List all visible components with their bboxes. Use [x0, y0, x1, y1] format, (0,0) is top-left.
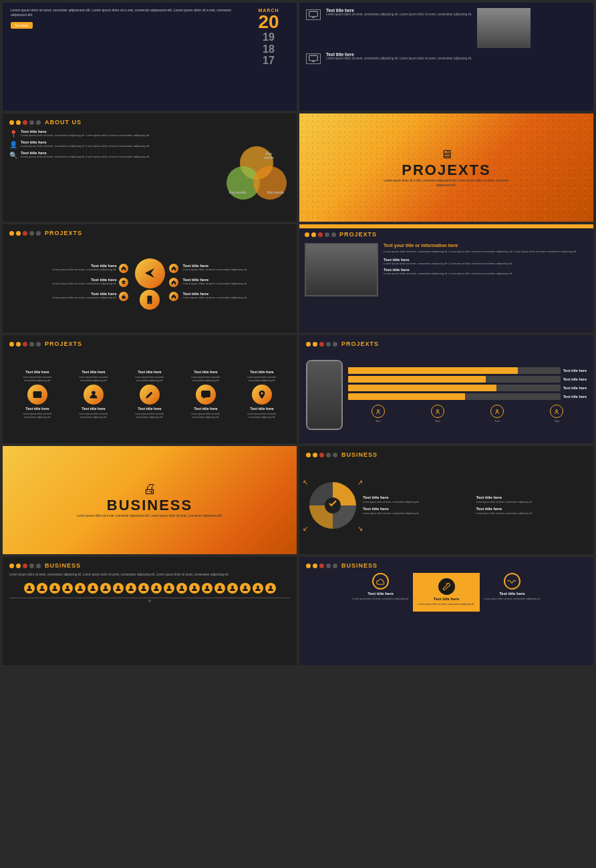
svg-point-16 — [66, 586, 69, 588]
dot-1 — [9, 120, 14, 125]
svg-point-18 — [92, 586, 94, 588]
slide-5-title: PROJEXTS — [45, 230, 82, 236]
monitor-icon-2 — [306, 53, 321, 64]
svg-point-29 — [231, 586, 234, 588]
progress-bar-bg-4 — [348, 393, 561, 400]
person-icon-19 — [265, 583, 276, 594]
person-icon-17 — [240, 583, 251, 594]
icon-col-4: Text title here Lorem ipsum dolor sit am… — [188, 370, 225, 419]
slide-4-body: Lorem ipsum dolor sit a met, connecter a… — [380, 179, 513, 188]
svg-point-9 — [436, 409, 438, 411]
bi-2 — [431, 405, 444, 418]
progress-item-2: Text title here — [348, 376, 587, 383]
slide-12-cards: Text title here Lorem ipsum dolor sit am… — [306, 573, 587, 660]
edit-icon — [140, 385, 160, 405]
slide-2-item-1-body: Lorem ipsum dolor sit amet, consectetur … — [326, 13, 472, 17]
svg-point-25 — [180, 586, 183, 588]
slide-11-dots — [9, 564, 41, 568]
progress-item-4: Text title here — [348, 393, 587, 400]
slide-5-dots — [9, 231, 41, 236]
svg-point-21 — [130, 586, 132, 588]
svg-rect-5 — [33, 391, 42, 398]
svg-point-11 — [556, 409, 558, 411]
bi-3 — [490, 405, 504, 418]
s7-col4-title-top: Text title here — [194, 370, 217, 374]
li-2-body: Lorem ipsum dolor sit amet. consectetur … — [21, 144, 150, 148]
dot-5 — [36, 120, 41, 125]
bi-label-1: Text — [376, 419, 380, 423]
biz-card-middle-content: Text title here Lorem ipsum dolor sit am… — [413, 573, 480, 612]
slide-5-center — [135, 258, 165, 310]
slide-6-right: Text your title or information here Lore… — [384, 243, 588, 329]
person-round-icon — [84, 385, 104, 405]
venn-circle-3: Key words — [253, 166, 287, 200]
slide-1-button[interactable]: Text here — [11, 22, 33, 29]
s7-col2-body-top: Lorem ipsum dolor sit amet, consectetur … — [76, 376, 112, 383]
wave-icon — [504, 573, 520, 590]
s5-ri-1-body: Lorem ipsum dolor sit amet, consectetur … — [183, 268, 248, 272]
slide-6-sub-1-body: Lorem ipsum dolor sit amet. consectetur … — [384, 262, 588, 266]
slide-business-people: BUSINESS Lorem ipsum dolor sit amet, con… — [3, 557, 297, 665]
svg-point-17 — [79, 586, 82, 588]
biz-card-left-title: Text title here — [367, 592, 394, 596]
progress-item-3: Text title here — [348, 385, 587, 391]
slide-11-header: BUSINESS — [9, 562, 290, 569]
people-row — [9, 583, 290, 594]
svg-rect-0 — [309, 11, 318, 17]
slide-11-title: BUSINESS — [45, 562, 81, 569]
svg-point-31 — [257, 586, 259, 588]
s7-col1-body: Lorem ipsum dolor sit amet, consectetur … — [19, 413, 56, 419]
dot-s5-5 — [36, 231, 41, 236]
svg-rect-7 — [202, 391, 210, 397]
slide-1-day-4: 17 — [249, 55, 289, 67]
s5-ri-3-body: Lorem ipsum dolor sit amet, consectetur … — [183, 296, 248, 300]
slide-5-left: Text title here Lorem ipsum dolor sit am… — [9, 264, 131, 304]
svg-point-28 — [218, 586, 221, 588]
corner-1-title: Text title here — [363, 495, 474, 499]
biz-card-right: Text title here Lorem ipsum dolor sit am… — [484, 573, 540, 601]
s5-ri-2-body: Lorem ipsum dolor sit amet, consectetur … — [183, 282, 248, 286]
slide-10-content: ↗ ↘ ↖ ↙ Text title here Lorem ipsum dolo… — [306, 462, 587, 549]
li-1-body: Lorem ipsum dolor sit amet. consectetur … — [21, 134, 150, 138]
slide-10-dots — [306, 453, 337, 457]
slide-7-dots — [9, 342, 41, 347]
prog-label-4: Text title here — [563, 395, 587, 399]
slide-5-content: Text title here Lorem ipsum dolor sit am… — [9, 240, 290, 327]
s7-col5-body: Lorem ipsum dolor sit amet, consectetur … — [244, 413, 281, 419]
slide-10-header: BUSINESS — [306, 451, 587, 458]
s5-house-icon — [119, 264, 128, 273]
email-icon — [27, 385, 47, 405]
slide-4-monitor-icon: 🖥 — [380, 148, 513, 162]
svg-point-32 — [269, 586, 272, 588]
s7-col5-body-top: Lorem ipsum dolor sit amet, consectetur … — [244, 376, 281, 383]
slide-business-pie: BUSINESS ↗ ↘ ↖ ↙ — [299, 446, 593, 554]
s7-col2-title-top: Text title here — [82, 370, 105, 374]
monitor-icon-1 — [306, 9, 321, 20]
slide-6-body: Text your title or information here Lore… — [299, 239, 593, 333]
dot-2 — [16, 120, 21, 125]
slide-11-body: Lorem ipsum dolor sit amet, consectetur … — [9, 573, 262, 578]
list-item-2: 👤 Text title here Lorem ipsum dolor sit … — [9, 140, 216, 148]
slide-2-item-2-body: Lorem ipsum dolor sit amet, consectetur … — [326, 57, 472, 61]
slide-3-content: 📍 Text title here Lorem ipsum dolor sit … — [9, 130, 290, 216]
slide-12-title: BUSINESS — [341, 562, 378, 569]
s7-col1-body-top: Lorem ipsum dolor sit amet, consectetur … — [19, 376, 56, 383]
bottom-icon-3: Text — [490, 405, 504, 423]
corner-3: Text title here Lorem ipsum dolor sit am… — [363, 507, 474, 515]
slide-12-header: BUSINESS — [306, 562, 587, 569]
slide-1-body: Lorem ipsum dolor sit amet, connecter ad… — [11, 8, 242, 17]
slide-3-header: ABOUT US — [9, 119, 290, 126]
svg-point-12 — [325, 497, 341, 513]
slide-5-right: Text title here Lorem ipsum dolor sit am… — [169, 264, 291, 304]
venn-label-3: Key words — [267, 190, 284, 194]
slide-10-corners: Text title here Lorem ipsum dolor sit am… — [363, 495, 587, 515]
slide-1-day-2: 19 — [249, 31, 289, 43]
biz-card-middle-body: Lorem ipsum dolor sit amet, consectetur … — [418, 603, 474, 606]
progress-bar-fill-2 — [348, 376, 486, 383]
slide-projexts-phone: PROJEXTS Text title here Text title here — [299, 335, 593, 443]
svg-point-4 — [149, 302, 150, 302]
slide-6-main-body: Lorem ipsum dolor sit amet. consectetur … — [384, 250, 588, 254]
svg-point-22 — [142, 586, 145, 588]
s5-li-2-body: Lorem ipsum dolor sit amet, consectetur … — [9, 282, 117, 286]
prog-label-1: Text title here — [563, 369, 587, 373]
